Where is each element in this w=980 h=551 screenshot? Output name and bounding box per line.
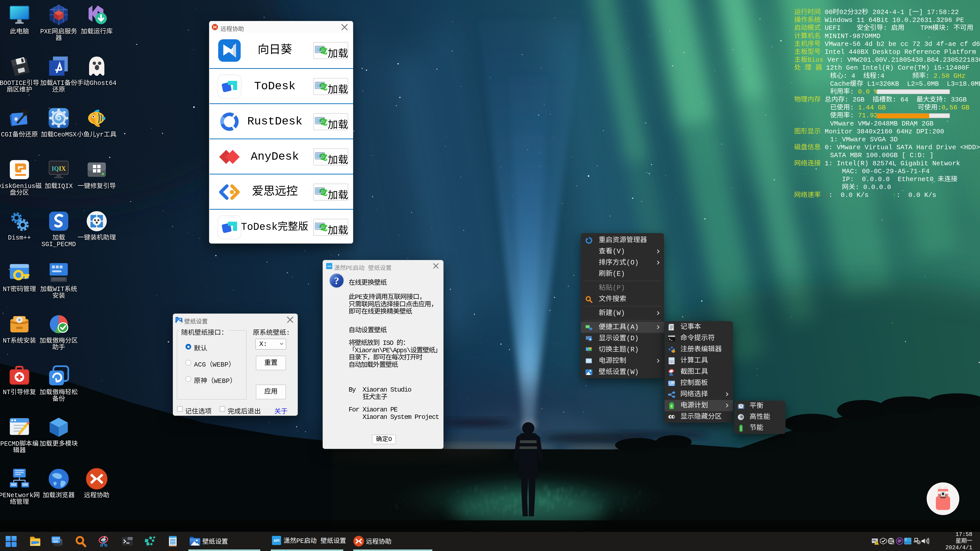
svg-text:VM: VM xyxy=(872,539,876,542)
svg-text:?: ? xyxy=(334,275,339,286)
svg-text:C:\_: C:\_ xyxy=(669,336,672,337)
svg-text:!: ! xyxy=(876,542,877,545)
